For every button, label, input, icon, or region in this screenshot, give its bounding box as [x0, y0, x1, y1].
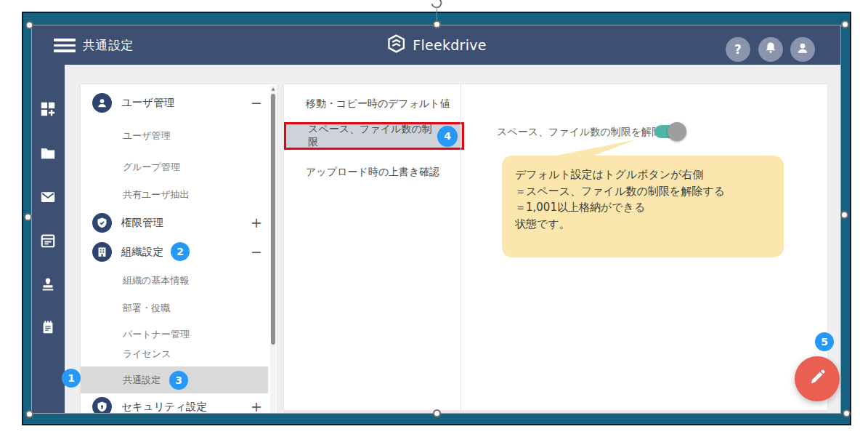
schedule-icon[interactable] — [40, 233, 56, 249]
submenu-item-move-copy-defaults[interactable]: 移動・コピー時のデフォルト値 — [284, 90, 461, 118]
folder-icon[interactable] — [40, 145, 56, 161]
annotation-badge-4: 4 — [437, 126, 458, 147]
collapse-toggle[interactable]: − — [251, 244, 262, 260]
fleekdrive-logo-icon — [386, 33, 406, 57]
scroll-up-arrow-icon[interactable]: ▲ — [270, 86, 276, 91]
annotation-badge-5: 5 — [815, 332, 834, 351]
callout-pointer — [549, 140, 636, 157]
shield-check-icon — [92, 213, 112, 233]
resize-handle-bottom-center[interactable] — [433, 409, 441, 417]
nav-item-common-settings-selected[interactable]: 共通設定 3 — [81, 366, 268, 393]
user-group-icon — [92, 93, 112, 113]
nav-item-partner-mgmt[interactable]: パートナー管理 — [81, 324, 268, 345]
bell-icon — [763, 41, 778, 58]
stamp-icon[interactable] — [40, 276, 56, 292]
callout-line: デフォルト設定はトグルボタンが右側 — [515, 167, 771, 183]
nav-item-departments[interactable]: 部署・役職 — [81, 297, 268, 319]
panel-divider — [461, 84, 461, 410]
callout-line: ＝スペース、ファイル数の制限を解除する — [515, 183, 771, 200]
common-settings-panel: 移動・コピー時のデフォルト値 スペース、ファイル数の制限 4 アップロード時の上… — [284, 84, 827, 410]
resize-handle-top-center[interactable] — [433, 20, 441, 28]
apps-add-icon[interactable] — [40, 101, 56, 117]
resize-handle-top-right[interactable] — [841, 20, 849, 28]
resize-handle-top-left[interactable] — [25, 21, 33, 29]
help-button[interactable]: ? — [726, 37, 750, 62]
mail-icon[interactable] — [40, 189, 56, 205]
notifications-button[interactable] — [758, 37, 783, 62]
expand-toggle[interactable]: + — [251, 398, 262, 414]
resize-handle-bottom-right[interactable] — [843, 409, 851, 417]
nav-group-user-mgmt[interactable]: ユーザ管理 − — [81, 89, 268, 116]
fleekdrive-app: 共通設定 Fleekdrive ? — [31, 25, 841, 414]
nav-item-shared-user-extract[interactable]: 共有ユーザ抽出 — [81, 184, 268, 206]
explanation-callout: デフォルト設定はトグルボタンが右側 ＝スペース、ファイル数の制限を解除する ＝1… — [502, 156, 784, 257]
nav-item-org-basic-info[interactable]: 組織の基本情報 — [81, 270, 268, 292]
collapse-toggle[interactable]: − — [251, 95, 262, 111]
building-icon — [92, 242, 112, 262]
nav-scrollbar-thumb[interactable] — [271, 94, 275, 345]
callout-line: 状態です。 — [515, 216, 771, 233]
nav-item-user-mgmt[interactable]: ユーザ管理 — [81, 125, 268, 147]
settings-nav-card: ユーザ管理 − ユーザ管理 グループ管理 共有ユーザ抽出 権限管理 + 組織設定… — [81, 84, 277, 414]
brand: Fleekdrive — [386, 25, 487, 65]
annotation-badge-1: 1 — [62, 369, 81, 388]
profile-button[interactable] — [790, 37, 815, 62]
help-icon: ? — [734, 42, 742, 57]
brand-name: Fleekdrive — [413, 37, 487, 53]
ledger-icon[interactable] — [40, 319, 56, 335]
submenu-item-upload-overwrite-confirm[interactable]: アップロード時の上書き確認 — [284, 159, 461, 186]
screenshot-page: 共通設定 Fleekdrive ? — [0, 0, 868, 445]
edit-fab-button[interactable] — [795, 356, 840, 401]
nav-item-group-mgmt[interactable]: グループ管理 — [81, 156, 268, 178]
user-icon — [795, 41, 810, 58]
resize-handle-mid-right[interactable] — [840, 211, 848, 219]
nav-item-license[interactable]: ライセンス — [81, 343, 268, 365]
callout-line: ＝1,001以上格納ができる — [515, 199, 771, 216]
nav-group-security[interactable]: セキュリティ設定 + — [81, 393, 268, 414]
limit-release-toggle[interactable] — [654, 125, 684, 138]
nav-scrollbar[interactable]: ▲ — [270, 86, 276, 413]
expand-toggle[interactable]: + — [251, 215, 262, 230]
submenu-item-space-file-limit-selected[interactable]: スペース、ファイル数の制限 4 — [284, 122, 464, 150]
bottom-strip — [284, 410, 827, 414]
toggle-label: スペース、ファイル数の制限を解除 — [497, 126, 662, 139]
app-header: 共通設定 Fleekdrive ? — [32, 25, 840, 65]
resize-handle-mid-left[interactable] — [24, 213, 32, 221]
hamburger-menu-icon[interactable] — [54, 39, 76, 52]
nav-group-permissions[interactable]: 権限管理 + — [81, 209, 268, 236]
page-title: 共通設定 — [83, 25, 134, 65]
toggle-knob[interactable] — [668, 122, 686, 141]
pencil-icon — [807, 367, 827, 390]
rotate-handle-icon[interactable] — [429, 0, 445, 14]
resize-handle-bottom-left[interactable] — [25, 410, 33, 418]
left-rail: ⚙ — [32, 65, 65, 414]
nav-group-organization[interactable]: 組織設定 2 − — [81, 238, 268, 265]
annotation-badge-3: 3 — [169, 371, 188, 390]
shield-icon — [92, 397, 112, 414]
annotation-badge-2: 2 — [171, 242, 190, 261]
